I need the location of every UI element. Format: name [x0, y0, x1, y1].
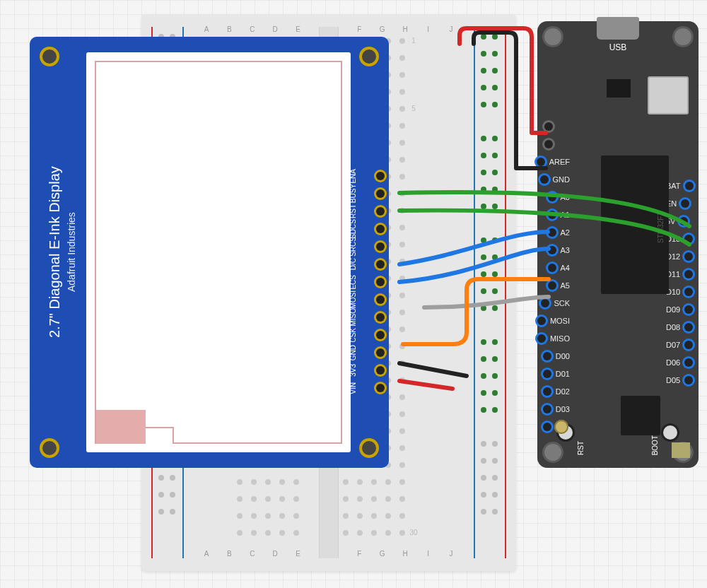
mcu-pin-d00: D00 — [543, 350, 570, 363]
eink-pin-vin: VIN — [349, 383, 385, 393]
mcu-pin-d07: D07 — [666, 339, 693, 351]
eink-pin-busy: BUSY — [349, 189, 385, 199]
boot-button-label: BOOT — [651, 435, 659, 455]
mcu-right-header: BATEN5VD13D12D11D10D09D08D07D06D05 — [666, 180, 694, 387]
antenna-ufl-icon — [554, 420, 568, 434]
eink-subtitle: Adafruit Industries — [66, 213, 77, 293]
mcu-pin-d13: D13 — [666, 233, 693, 245]
microcontroller-board: USB AREFGNDA0A1A2A3A4A5SCKMOSIMISOD00D01… — [537, 21, 699, 468]
usb-connector-icon — [597, 17, 639, 40]
mcu-pin-a4: A4 — [548, 261, 570, 274]
chip-label: STM32F7 — [657, 212, 665, 243]
eink-pin-dc: D/C — [349, 259, 385, 269]
eink-display-module: 2.7" Diagonal E-Ink Display Adafruit Ind… — [30, 37, 389, 468]
eink-pin-mosi: MOSI — [349, 295, 385, 305]
mcu-pin-d09: D09 — [666, 303, 693, 316]
mcu-pin-d01: D01 — [543, 368, 570, 380]
antenna-pad-icon — [672, 442, 690, 458]
small-ic-icon — [607, 79, 631, 98]
mcu-pin-gnd: GND — [540, 173, 570, 186]
eink-title: 2.7" Diagonal E-Ink Display — [47, 167, 63, 339]
mcu-pin-a2: A2 — [548, 226, 570, 239]
eink-pin-miso: MISO — [349, 312, 385, 322]
mcu-pin-sck: SCK — [541, 297, 570, 310]
secondary-chip-icon — [621, 396, 660, 435]
mcu-pin-mosi: MOSI — [537, 314, 570, 327]
mount-hole-icon — [544, 444, 561, 461]
eink-pin-gnd: GND — [349, 348, 385, 358]
mount-hole-icon — [674, 28, 691, 45]
mcu-pin-en: EN — [666, 197, 689, 210]
jst-connector-icon — [648, 76, 689, 114]
mcu-pin-miso: MISO — [537, 332, 570, 345]
eink-pin-3v3: 3V3 — [349, 365, 385, 375]
mount-hole-icon — [40, 47, 59, 66]
mcu-pin-d03: D03 — [543, 403, 570, 416]
eink-pin-sdcs: SDCS — [349, 224, 385, 234]
mcu-pin-d12: D12 — [666, 250, 693, 263]
eink-pin-header: ENABUSYRSTSDCSSRCSD/CECSMOSIMISOCSKGND3V… — [349, 171, 385, 393]
mcu-pin-5v: 5V — [666, 215, 688, 228]
eink-pin-ena: ENA — [349, 171, 385, 181]
reset-button-label: RST — [577, 441, 585, 455]
mcu-pin-aref: AREF — [537, 155, 570, 168]
mount-hole-icon — [359, 438, 379, 458]
eink-pin-ecs: ECS — [349, 277, 385, 287]
mount-hole-icon — [359, 47, 379, 66]
mcu-pin-d08: D08 — [666, 321, 693, 334]
mcu-pin-a5: A5 — [548, 279, 570, 292]
boot-button[interactable] — [663, 425, 677, 440]
mcu-pin-d06: D06 — [666, 356, 693, 369]
main-chip-icon: STM32F7 — [601, 155, 669, 294]
eink-pin-rst: RST — [349, 206, 385, 216]
eink-screen — [86, 52, 351, 452]
mcu-pin-a3: A3 — [548, 244, 570, 257]
mcu-pin-d10: D10 — [666, 286, 693, 298]
eink-pin-csk: CSK — [349, 330, 385, 340]
mcu-pin-a1: A1 — [548, 208, 570, 221]
mcu-pin-a0: A0 — [548, 191, 570, 204]
mcu-pin-d11: D11 — [666, 268, 693, 281]
mcu-pin-d05: D05 — [666, 374, 693, 387]
breadboard-right-rails — [472, 27, 508, 558]
mcu-left-header: AREFGNDA0A1A2A3A4A5SCKMOSIMISOD00D01D02D… — [542, 155, 570, 433]
usb-label: USB — [609, 42, 627, 52]
mount-hole-icon — [544, 28, 561, 45]
mcu-pin-d02: D02 — [543, 385, 570, 398]
eink-board-label: 2.7" Diagonal E-Ink Display Adafruit Ind… — [44, 100, 79, 404]
eink-pin-srcs: SRCS — [349, 242, 385, 252]
mcu-pin-bat: BAT — [666, 180, 694, 192]
mount-hole-icon — [40, 438, 59, 458]
